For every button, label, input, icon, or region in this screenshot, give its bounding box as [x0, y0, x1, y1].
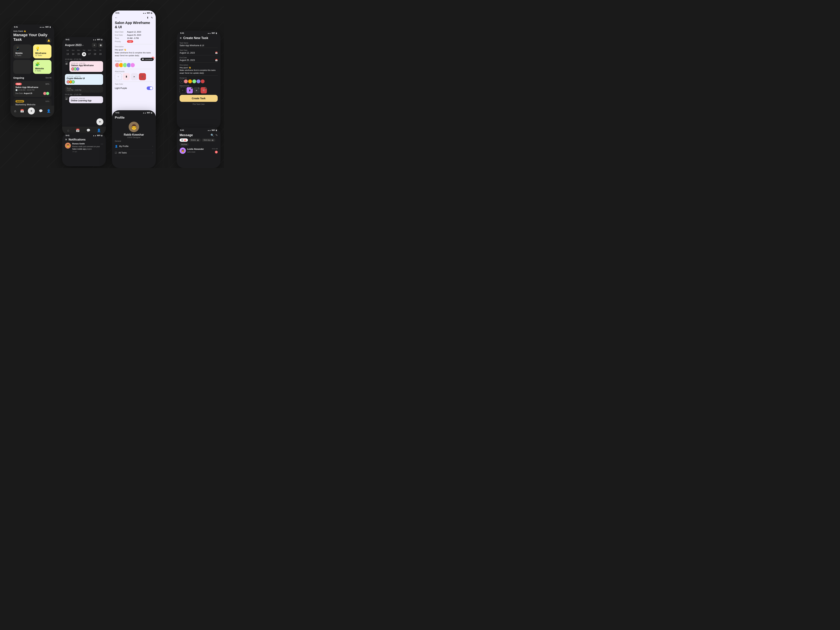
nav2-chat[interactable]: 💬: [87, 128, 90, 132]
status-icons-5: ▲▲ WiFi ▮: [93, 134, 103, 136]
date-15[interactable]: 15: [76, 52, 81, 56]
msg-meta-1: Leslie Alexander 9:41 AM: [187, 148, 218, 150]
nav2-profile[interactable]: 👤: [97, 128, 101, 132]
percent-2: 64%: [46, 100, 49, 103]
phone-home: 9:41 ▲▲▲ WiFi ▮ Hello Rakib 👋 🔔 Manage Y…: [11, 25, 54, 117]
remove-attach-2[interactable]: ✕: [198, 87, 200, 89]
status-icons-6: ▲▲ WiFi ▮: [143, 112, 152, 114]
event-crypto-avatars: [67, 81, 101, 84]
remove-attach-3[interactable]: ✕: [205, 87, 207, 89]
tab-mobile[interactable]: Mobile 2: [189, 139, 201, 142]
greeting: Hello Rakib 👋: [13, 30, 51, 32]
compose-icon[interactable]: ✎: [215, 134, 218, 137]
tab-archive[interactable]: Archive: [180, 143, 189, 146]
search-icon[interactable]: 🔍: [210, 134, 214, 137]
time-7: 9:41: [180, 129, 184, 131]
task-card-wireframe[interactable]: 💡 Wireframe 12 Tasks: [33, 44, 51, 58]
notif-name-1: Romeo Smith: [72, 143, 85, 145]
message-tabs: All 6 Mobile 2 Web App 4 Archive: [180, 139, 218, 146]
battery-icon: ▮: [50, 26, 51, 28]
nav-home[interactable]: ⌂: [14, 109, 16, 113]
date-17[interactable]: 17: [87, 52, 92, 56]
comments-label: Comments: [145, 58, 152, 60]
menu-profile-left: 👤 My Profile: [115, 145, 128, 148]
event-crypto[interactable]: 11:00 AM - 3:00 PM Crypto Website UI: [65, 74, 103, 85]
notif-close[interactable]: ✕: [65, 138, 67, 141]
status-icons-1: ▲▲▲ WiFi ▮: [39, 26, 51, 28]
calendar-header: August 2023 ▾ ≡ ▦: [65, 43, 103, 47]
date-14[interactable]: 14: [70, 52, 76, 56]
cal-fab[interactable]: +: [96, 118, 103, 125]
phone-create-task: 9:41 ▲▲ WiFi ▮ ✕ Create New Task Task Na…: [177, 31, 221, 129]
description-text: Hey guys! 👋Make wireframe first & comple…: [115, 48, 153, 57]
notification-item-1[interactable]: 👨 Romeo Smith ⋯ Romeo smith just comment…: [65, 143, 103, 152]
date-18[interactable]: 18: [92, 52, 98, 56]
nav-calendar[interactable]: 📅: [20, 109, 24, 113]
color-toggle[interactable]: [147, 87, 153, 90]
attach-3: 🖼: [139, 73, 146, 80]
close-button[interactable]: ✕: [180, 36, 182, 40]
pick-color-label: Pick Task Color: [180, 103, 218, 105]
task-name-2: Marketing Website: [16, 103, 49, 106]
task-card-extra[interactable]: [13, 60, 32, 74]
nav-profile[interactable]: 👤: [47, 109, 51, 113]
attach-4a: 📱 ✕: [186, 87, 193, 93]
nav2-home[interactable]: ⌂: [67, 129, 69, 132]
tab-all[interactable]: All 6: [180, 139, 188, 142]
color-label: Light Purple: [115, 87, 127, 89]
add-attachment-button[interactable]: +: [115, 73, 122, 80]
attachments-label: Attachments: [115, 71, 153, 73]
task-card-mobile[interactable]: 📱 Mobile 6 Tasks: [13, 44, 32, 58]
remove-attach-1[interactable]: ✕: [191, 87, 193, 89]
notif-more-icon[interactable]: ⋯: [101, 143, 103, 145]
cal-list-view[interactable]: ≡: [92, 43, 97, 47]
back-button[interactable]: ←: [115, 16, 118, 19]
tab-webapp[interactable]: Web App 4: [202, 139, 215, 142]
event-salon[interactable]: 10:00 AM - 4:00 PM Saloon App Wireframe: [69, 61, 103, 72]
nav-chat[interactable]: 💬: [39, 109, 43, 113]
desc-field[interactable]: Hey guys! 👋Make wireframe first & comple…: [180, 66, 218, 76]
profile-role: UX/UI Designer: [127, 136, 141, 139]
task-card-website[interactable]: 🧩 Website 5 Tasks: [33, 60, 51, 74]
cal-grid-view[interactable]: ▦: [98, 43, 103, 47]
comments-bubble[interactable]: 💬 Comments: [141, 58, 154, 61]
msg-time-1: 9:41 AM: [212, 148, 218, 150]
day-label-tue: Tue: [65, 61, 68, 63]
date-13[interactable]: 13: [65, 52, 70, 56]
status-bar-1: 9:41 ▲▲▲ WiFi ▮: [11, 25, 54, 29]
time-5: 9:41: [66, 134, 69, 136]
edit-button[interactable]: ✎: [151, 16, 153, 19]
message-header: Message 🔍 ✎: [180, 133, 218, 137]
start-date-val: August 12, 2023: [180, 52, 195, 54]
end-date-field[interactable]: August 25, 2023 📅: [180, 59, 218, 63]
task-item-1[interactable]: High 82% Salon App Wireframe 🕐 10:00 AM …: [13, 81, 51, 97]
divider-1: [115, 44, 153, 44]
ongoing-label: Ongoing: [13, 76, 24, 79]
ongoing-header: Ongoing See All: [13, 76, 51, 79]
menu-all-tasks[interactable]: ☑ All Tasks ›: [115, 150, 153, 156]
weekday-sat: Sat: [65, 49, 70, 51]
task-name-field[interactable]: Salon App Wireframe & UI: [180, 44, 218, 48]
message-row-1[interactable]: 👩 Leslie Alexander 9:41 AM Let's meet 3: [180, 147, 218, 154]
task-detail-title: Salon App Wireframe & UI: [115, 21, 153, 29]
menu-my-profile[interactable]: 👤 My Profile ›: [115, 143, 153, 150]
fab-add[interactable]: +: [28, 107, 35, 114]
share-button[interactable]: ⬆: [147, 16, 149, 19]
weekday-fri: Fri: [98, 49, 103, 51]
event-learning[interactable]: 11:00 AM - 3:00 PM Online Learning App: [69, 96, 103, 103]
create-task-button[interactable]: Create Task: [180, 95, 218, 102]
task-color-section-label: Task Color: [115, 83, 153, 85]
wireframe-icon: 💡: [35, 47, 49, 51]
date-19[interactable]: 19: [98, 52, 103, 56]
profile-title: Profile: [115, 116, 153, 120]
nav2-calendar[interactable]: 📅: [76, 128, 80, 132]
date-16[interactable]: 16: [82, 52, 86, 56]
bell-button[interactable]: 🔔: [46, 38, 51, 43]
detail-time: Time 10 AM - 6 PM: [115, 37, 153, 39]
start-date-field[interactable]: August 12, 2023 📅: [180, 52, 218, 55]
add-assignee-button[interactable]: +: [180, 79, 184, 84]
assignee-2: [188, 79, 192, 84]
time-3: 9:41: [115, 12, 119, 14]
add-attach-4[interactable]: +: [180, 87, 186, 93]
see-all-button[interactable]: See All: [46, 77, 51, 79]
